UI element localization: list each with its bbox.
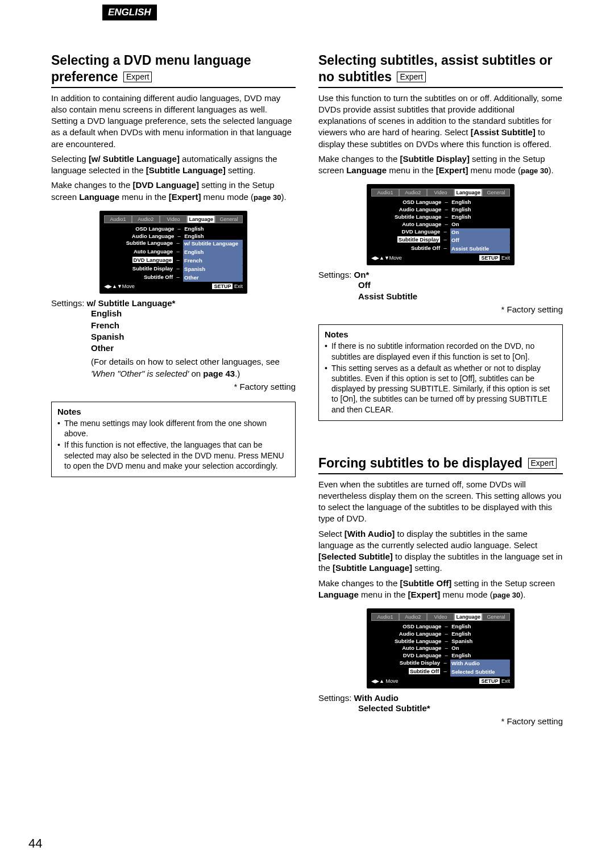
osd-row: Subtitle Off–Selected Subtitle [371,668,510,677]
osd-row: Subtitle Language–Spanish [371,638,510,645]
page-number: 44 [28,836,42,851]
section-subtitle-display: Selecting subtitles, assist subtitles or… [318,52,563,421]
osd-move-hint: ◀▶▲ Move [371,678,398,684]
osd-tab: Audio2 [399,613,427,621]
section-heading: Selecting a DVD menu language preference… [51,52,296,88]
paragraph: In addition to containing different audi… [51,93,296,150]
paragraph: Select [With Audio] to display the subti… [318,528,563,574]
notes-box: Notes The menu settings may look differe… [51,402,296,477]
osd-row: DVD Language–English [371,652,510,660]
heading-line1: Forcing subtitles to be displayed [318,456,522,470]
heading-line1: Selecting subtitles, assist subtitles or [318,53,553,68]
settings-label: Settings: [318,693,351,703]
osd-tab: General [482,189,510,197]
section-heading: Selecting subtitles, assist subtitles or… [318,52,563,88]
osd-tab: Language [187,215,215,223]
osd-tab: Video [427,613,455,621]
notes-box: Notes If there is no subtitle informatio… [318,324,563,420]
osd-exit-label: Exit [234,283,243,289]
osd-panel: Audio1Audio2VideoLanguageGeneral OSD Lan… [367,184,515,265]
osd-row: OSD Language–English [371,199,510,206]
osd-row: DVD Language–French [104,257,243,265]
osd-panel: Audio1Audio2VideoLanguageGeneral OSD Lan… [367,608,515,688]
left-column: Selecting a DVD menu language preference… [51,52,296,749]
heading-line1: Selecting a DVD menu language [51,53,251,68]
manual-page: ENGLISH Selecting a DVD menu language pr… [0,0,614,868]
language-badge: ENGLISH [102,5,157,20]
osd-tab: General [482,613,510,621]
osd-row: Auto Language–English [104,248,243,257]
osd-tab: Audio2 [399,189,427,197]
osd-tab: Language [454,189,482,197]
settings-list: Settings: On* Off Assist Subtitle [318,270,563,303]
osd-tab: Video [427,189,455,197]
osd-panel: Audio1Audio2VideoLanguageGeneral OSD Lan… [99,211,247,294]
osd-tab: Audio1 [371,613,399,621]
two-column-layout: Selecting a DVD menu language preference… [51,52,563,749]
osd-row: Auto Language–On [371,645,510,652]
section-subtitle-off: Forcing subtitles to be displayed Expert… [318,455,563,726]
paragraph: Make changes to the [Subtitle Off] setti… [318,578,563,601]
osd-screenshot: Audio1Audio2VideoLanguageGeneral OSD Lan… [318,184,563,265]
osd-move-hint: ◀▶▲▼Move [104,283,135,289]
setting-option: Spanish [91,332,124,341]
osd-tab: Audio2 [132,215,160,223]
section-heading: Forcing subtitles to be displayed Expert [318,455,563,474]
osd-setup-label: SETUP [212,283,233,289]
setting-option: Off [358,280,371,290]
osd-row: Audio Language–English [371,631,510,638]
expert-badge: Expert [528,458,557,469]
setting-option: w/ Subtitle Language* [87,298,176,308]
osd-row: Subtitle Off–Assist Subtitle [371,245,510,253]
note-item: If this function is not effective, the l… [57,440,289,471]
osd-setup-label: SETUP [479,255,500,261]
detail-note: (For details on how to select other lang… [51,356,296,379]
heading-line2: preference [51,69,118,84]
factory-note: * Factory setting [51,382,296,391]
factory-note: * Factory setting [318,716,563,726]
osd-row: Audio Language–English [371,206,510,214]
osd-row: Auto Language–On [371,221,510,228]
paragraph: Make changes to the [DVD Language] setti… [51,180,296,203]
osd-row: Subtitle Language–English [371,214,510,221]
right-column: Selecting subtitles, assist subtitles or… [318,52,563,749]
osd-tab: Video [160,215,188,223]
settings-list: Settings: With Audio Selected Subtitle* [318,693,563,714]
osd-tab: General [215,215,243,223]
osd-screenshot: Audio1Audio2VideoLanguageGeneral OSD Lan… [318,608,563,688]
note-item: This setting serves as a default as whet… [325,363,557,415]
osd-exit-label: Exit [501,255,510,261]
setting-option: Other [91,343,114,353]
osd-tab: Audio1 [104,215,132,223]
paragraph: Even when the subtitles are turned off, … [318,479,563,525]
setting-option: On* [354,270,370,279]
osd-tab: Audio1 [371,189,399,197]
setting-option: English [91,308,122,318]
settings-label: Settings: [51,298,84,308]
note-item: If there is no subtitle information reco… [325,341,557,361]
osd-row: Subtitle Off–Other [104,274,243,282]
osd-row: Subtitle Display–With Audio [371,660,510,668]
paragraph: Make changes to the [Subtitle Display] s… [318,153,563,177]
section-dvd-language: Selecting a DVD menu language preference… [51,52,296,477]
heading-line2: no subtitles [318,69,392,84]
osd-row: Audio Language–English [104,233,243,240]
setting-option: Selected Subtitle* [358,703,430,713]
osd-row: Subtitle Language–w/ Subtitle Language [104,240,243,248]
expert-badge: Expert [397,72,425,83]
osd-exit-label: Exit [501,678,510,684]
notes-heading: Notes [57,407,289,416]
paragraph: Use this function to turn the subtitles … [318,93,563,150]
notes-heading: Notes [325,329,557,339]
settings-list: Settings: w/ Subtitle Language* English … [51,298,296,354]
osd-row: OSD Language–English [371,623,510,631]
osd-screenshot: Audio1Audio2VideoLanguageGeneral OSD Lan… [51,211,296,294]
paragraph: Selecting [w/ Subtitle Language] automat… [51,153,296,177]
osd-setup-label: SETUP [479,678,500,684]
osd-row: Subtitle Display–Spanish [104,265,243,274]
osd-row: OSD Language–English [104,226,243,233]
osd-move-hint: ◀▶▲▼Move [371,255,402,261]
setting-option: With Audio [354,693,399,703]
expert-badge: Expert [123,72,152,83]
note-item: The menu settings may look different fro… [57,418,289,439]
